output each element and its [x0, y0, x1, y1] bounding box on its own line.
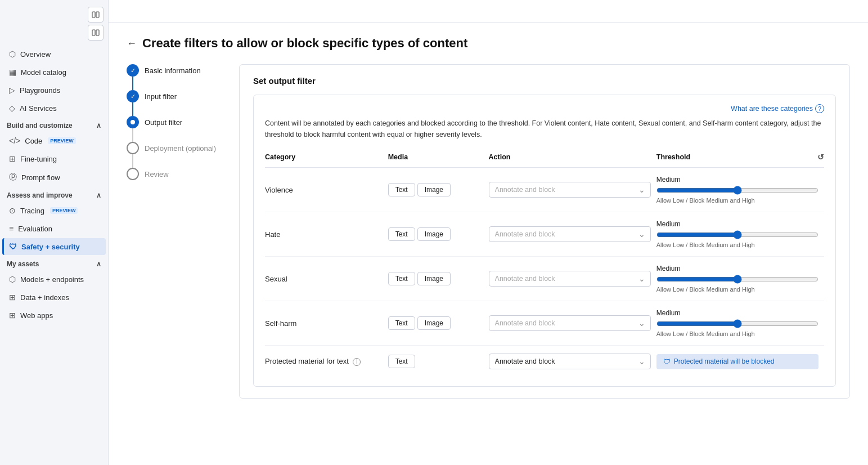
svg-rect-3: [96, 30, 99, 35]
data-indexes-icon: ⊞: [9, 293, 16, 302]
table-row: Violence Text Image: [265, 168, 824, 212]
step-label-4: Deployment (optional): [145, 144, 216, 153]
web-apps-icon: ⊞: [9, 311, 16, 320]
step-label-2: Input filter: [145, 92, 177, 101]
step-basic-information: ✓ Basic information: [127, 64, 228, 90]
threshold-cell-sexual: Medium Allow Low / Block Medium and High: [656, 265, 818, 293]
media-btn-text-protected[interactable]: Text: [388, 355, 415, 368]
checkmark-icon-2: ✓: [131, 93, 136, 100]
current-indicator: [131, 120, 135, 124]
media-btn-text-self-harm[interactable]: Text: [388, 316, 415, 330]
threshold-slider-violence[interactable]: [656, 186, 818, 195]
action-select-self-harm[interactable]: Annotate and block Annotate and block: [489, 315, 651, 331]
step-circle-2: ✓: [127, 90, 139, 102]
step-deployment: Deployment (optional): [127, 142, 228, 168]
wizard-area: ✓ Basic information ✓ Input filter: [127, 64, 850, 399]
sidebar-item-code[interactable]: </> Code PREVIEW: [2, 132, 106, 149]
section-chevron-icon-3: ∧: [96, 260, 101, 268]
section-build-label: Build and customize: [7, 122, 73, 129]
threshold-cell-self-harm: Medium Allow Low / Block Medium and High: [656, 309, 818, 337]
threshold-slider-sexual[interactable]: [656, 275, 818, 284]
sidebar-item-tracing[interactable]: ⊙ Tracing PREVIEW: [2, 202, 106, 219]
threshold-slider-self-harm[interactable]: [656, 319, 818, 328]
category-protected-text: Protected material for text: [265, 357, 349, 365]
sidebar-item-overview[interactable]: ⬡ Overview: [2, 46, 106, 62]
sidebar-item-safety-security[interactable]: 🛡 Safety + security: [2, 238, 106, 255]
model-catalog-icon: ▦: [9, 68, 16, 77]
action-select-wrapper-sexual: Annotate and block Annotate and block: [489, 271, 651, 287]
media-btn-image-sexual[interactable]: Image: [417, 272, 451, 285]
step-input-filter: ✓ Input filter: [127, 90, 228, 116]
section-chevron-icon-2: ∧: [96, 191, 101, 199]
step-label-1: Basic information: [145, 66, 201, 75]
col-header-media: Media: [388, 148, 489, 168]
sidebar-item-evaluation[interactable]: ≡ Evaluation: [2, 220, 106, 237]
table-row: Self-harm Text Image: [265, 301, 824, 346]
sidebar-item-data-indexes[interactable]: ⊞ Data + indexes: [2, 289, 106, 306]
sidebar-item-label: Model catalog: [21, 68, 66, 77]
sidebar-item-fine-tuning[interactable]: ⊞ Fine-tuning: [2, 150, 106, 167]
media-btn-text-hate[interactable]: Text: [388, 227, 415, 241]
action-select-protected[interactable]: Annotate and block: [489, 354, 651, 369]
back-button[interactable]: ←: [127, 38, 137, 50]
action-select-wrapper-self-harm: Annotate and block Annotate and block: [489, 315, 651, 331]
media-btn-group-self-harm: Text Image: [388, 316, 483, 330]
reset-threshold-icon[interactable]: ↺: [817, 153, 824, 162]
filter-description: Content will be annotated by each catego…: [265, 118, 824, 140]
info-icon-protected-text[interactable]: i: [353, 358, 361, 366]
svg-rect-2: [92, 30, 95, 35]
page-content: ← Create filters to allow or block speci…: [109, 23, 868, 465]
action-select-violence[interactable]: Annotate and block Annotate and block: [489, 182, 651, 198]
step-circle-1: ✓: [127, 64, 139, 77]
sidebar-item-web-apps[interactable]: ⊞ Web apps: [2, 307, 106, 324]
threshold-slider-hate[interactable]: [656, 230, 818, 239]
category-violence: Violence: [265, 186, 293, 194]
media-btn-group-hate: Text Image: [388, 227, 483, 241]
overview-icon: ⬡: [9, 50, 16, 59]
media-btn-image-self-harm[interactable]: Image: [417, 316, 451, 330]
help-icon: ?: [815, 104, 824, 113]
category-self-harm: Self-harm: [265, 319, 296, 328]
top-bar: [109, 0, 868, 23]
sidebar-item-label: Code: [25, 137, 42, 145]
media-btn-text-sexual[interactable]: Text: [388, 272, 415, 285]
threshold-value-label-violence: Medium: [656, 176, 818, 184]
media-btn-image-hate[interactable]: Image: [417, 227, 451, 241]
threshold-value-label-sexual: Medium: [656, 265, 818, 272]
sidebar-item-label: Prompt flow: [21, 173, 60, 182]
page-header: ← Create filters to allow or block speci…: [127, 36, 850, 51]
sidebar-item-label: Data + indexes: [20, 293, 69, 302]
sidebar-item-prompt-flow[interactable]: ⓟ Prompt flow: [2, 168, 106, 186]
media-btn-text-violence[interactable]: Text: [388, 183, 415, 196]
sidebar-item-ai-services[interactable]: ◇ AI Services: [2, 100, 106, 117]
filter-panel-title: Set output filter: [253, 76, 836, 86]
threshold-label: Threshold: [656, 153, 690, 161]
preview-badge-code: PREVIEW: [48, 137, 76, 144]
table-row: Protected material for text i Text: [265, 346, 824, 378]
action-select-sexual[interactable]: Annotate and block Annotate and block: [489, 271, 651, 287]
sidebar: ⬡ Overview ▦ Model catalog ▷ Playgrounds…: [0, 0, 109, 465]
sidebar-item-playgrounds[interactable]: ▷ Playgrounds: [2, 82, 106, 99]
section-build-and-customize[interactable]: Build and customize ∧: [0, 117, 108, 132]
sidebar-item-label: Tracing: [20, 207, 44, 215]
threshold-sublabel-sexual: Allow Low / Block Medium and High: [656, 286, 818, 293]
svg-rect-1: [96, 12, 99, 17]
sidebar-top-icons: [0, 5, 108, 45]
action-select-hate[interactable]: Annotate and block Annotate and block: [489, 226, 651, 242]
sidebar-item-models-endpoints[interactable]: ⬡ Models + endpoints: [2, 271, 106, 288]
category-sexual: Sexual: [265, 275, 287, 283]
filter-inner: What are these categories ? Content will…: [253, 95, 836, 387]
section-my-assets[interactable]: My assets ∧: [0, 256, 108, 270]
media-btn-image-violence[interactable]: Image: [417, 183, 451, 196]
what-categories-link[interactable]: What are these categories ?: [265, 104, 824, 113]
threshold-sublabel-hate: Allow Low / Block Medium and High: [656, 242, 818, 248]
sidebar-toggle-btn[interactable]: [88, 7, 104, 23]
section-assess-improve[interactable]: Assess and improve ∧: [0, 187, 108, 202]
sidebar-item-model-catalog[interactable]: ▦ Model catalog: [2, 64, 106, 81]
action-select-wrapper-violence: Annotate and block Annotate and block: [489, 182, 651, 198]
sidebar-toggle-btn-2[interactable]: [88, 25, 104, 41]
what-categories-label: What are these categories: [731, 105, 813, 113]
preview-badge-tracing: PREVIEW: [50, 207, 78, 214]
step-circle-4: [127, 142, 139, 154]
safety-icon: 🛡: [9, 242, 17, 251]
